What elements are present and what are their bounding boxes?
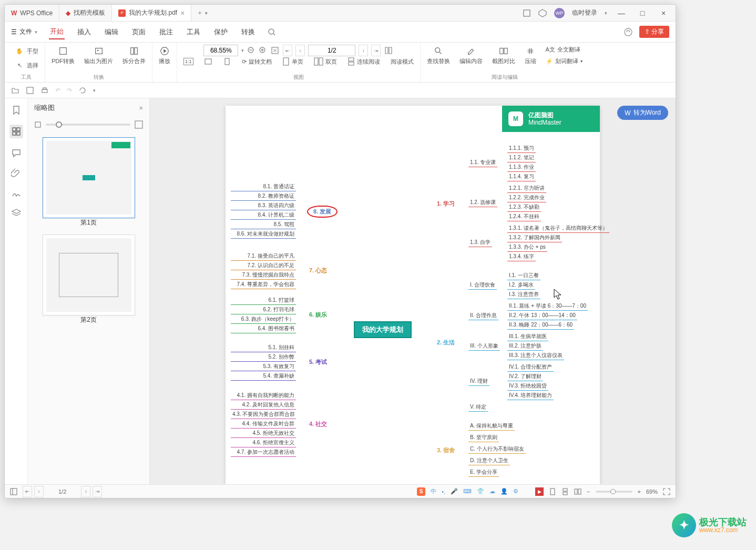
first-page-button[interactable]: ⇤ (283, 45, 292, 56)
menu-insert[interactable]: 插入 (76, 25, 92, 39)
edit-content-button[interactable]: 编辑内容 (457, 45, 485, 66)
sogou-ime-icon[interactable]: S (417, 487, 425, 496)
attachment-icon[interactable] (11, 168, 22, 178)
ime-lang-icon[interactable]: 中 (431, 487, 436, 495)
search-icon[interactable] (268, 28, 276, 36)
login-status[interactable]: 临时登录 (572, 8, 597, 17)
select-tool[interactable]: ↖选择 (12, 59, 40, 72)
play-button[interactable]: 播放 (157, 45, 172, 66)
zoom-in-icon[interactable] (259, 46, 267, 55)
menu-start[interactable]: 开始 (49, 25, 65, 39)
zoom-input[interactable] (203, 45, 238, 56)
ime-user-icon[interactable]: 👤 (500, 488, 508, 495)
fit-page-icon[interactable] (270, 46, 280, 55)
close-window-button[interactable]: × (657, 9, 670, 17)
new-tab-button[interactable]: ＋ ▾ (191, 5, 213, 21)
thumbnail-page-1[interactable]: 第1页 (43, 137, 135, 227)
menu-protect[interactable]: 保护 (213, 25, 229, 39)
rotate-button[interactable]: ⟳旋转文档 (240, 57, 274, 67)
app-box-icon[interactable] (523, 9, 531, 17)
sb-next-page[interactable]: › (81, 486, 90, 497)
fit-height-button[interactable] (221, 56, 233, 67)
zoom-out-icon[interactable] (247, 46, 256, 55)
panel-toggle-icon[interactable] (10, 488, 17, 495)
undo-icon[interactable]: ↶ (55, 87, 60, 94)
next-page-button[interactable]: › (359, 45, 368, 56)
to-word-button[interactable]: W 转为Word (617, 106, 668, 120)
sb-play-icon[interactable]: ▶ (535, 487, 544, 496)
maximize-button[interactable]: □ (636, 9, 649, 17)
thumb-large-icon[interactable] (135, 120, 143, 129)
ime-keyboard-icon[interactable]: ⌨ (463, 488, 472, 495)
ime-skin-icon[interactable]: 👕 (477, 488, 484, 495)
file-menu[interactable]: ☰ 文件 ▾ (11, 27, 37, 36)
sb-view-double-icon[interactable] (574, 488, 581, 495)
thumbnails-icon[interactable] (9, 125, 23, 138)
chevron-down-icon[interactable]: ▾ (241, 48, 244, 53)
bookmark-icon[interactable] (11, 105, 22, 115)
fit-width-button[interactable] (202, 56, 214, 67)
signature-icon[interactable] (11, 188, 22, 198)
sb-zoom-out[interactable]: − (587, 488, 590, 495)
close-icon[interactable]: × (139, 104, 143, 112)
menu-page[interactable]: 页面 (131, 25, 147, 39)
refresh-icon[interactable] (78, 86, 87, 95)
continuous-button[interactable]: 连续阅读 (345, 56, 382, 67)
avatar[interactable]: WP (554, 8, 565, 18)
view-11-button[interactable]: 1:1 (181, 57, 196, 66)
tab-templates[interactable]: ◆ 找稻壳模板 (59, 5, 112, 21)
redo-icon[interactable]: ↷ (67, 87, 72, 94)
prev-page-button[interactable]: ‹ (295, 45, 305, 56)
find-replace-button[interactable]: 查找替换 (425, 45, 452, 66)
cube-icon[interactable] (538, 9, 547, 17)
share-button[interactable]: ⇪ 分享 (639, 26, 669, 38)
read-mode-button[interactable]: 阅读模式 (389, 57, 416, 67)
page-input[interactable] (308, 45, 355, 56)
sb-view-continuous-icon[interactable] (561, 488, 569, 495)
compress-button[interactable]: 压缩 (523, 45, 538, 66)
ime-settings-icon[interactable]: ⚙ (513, 488, 518, 495)
menu-tools[interactable]: 工具 (186, 25, 201, 39)
tab-wps-office[interactable]: W WPS Office (5, 5, 59, 21)
sb-view-single-icon[interactable] (549, 488, 556, 495)
hand-tool[interactable]: ✋手型 (12, 45, 40, 57)
double-page-button[interactable]: 双页 (312, 56, 339, 67)
mindmap-node: A. 保持礼貌与尊重 (468, 422, 515, 431)
sb-fullscreen-icon[interactable] (663, 488, 670, 495)
sb-zoom-slider[interactable] (596, 491, 632, 493)
comment-icon[interactable] (11, 148, 22, 158)
sb-last-page[interactable]: ⇥ (93, 486, 102, 497)
screenshot-compare-button[interactable]: 截图对比 (490, 45, 517, 66)
open-folder-icon[interactable] (11, 86, 19, 95)
full-translate-button[interactable]: A文全文翻译 (544, 45, 585, 55)
thumbnail-page-2[interactable]: 第2页 (43, 235, 135, 324)
menu-annotate[interactable]: 批注 (158, 25, 174, 39)
ime-mic-icon[interactable]: 🎤 (451, 488, 458, 495)
cloud-sync-icon[interactable] (624, 27, 633, 37)
export-image-button[interactable]: 输出为图片 (82, 45, 115, 66)
last-page-button[interactable]: ⇥ (371, 45, 381, 56)
menu-convert[interactable]: 转换 (240, 25, 256, 39)
menu-edit[interactable]: 编辑 (104, 25, 119, 39)
book-icon[interactable] (384, 46, 393, 55)
thumbnail-zoom-slider[interactable] (46, 124, 130, 126)
single-page-button[interactable]: 单页 (280, 56, 305, 67)
thumb-small-icon[interactable] (34, 121, 42, 128)
minimize-button[interactable]: — (615, 9, 628, 17)
ime-punct-icon[interactable]: •, (442, 488, 445, 495)
word-translate-button[interactable]: ⚡划词翻译▾ (544, 56, 585, 66)
print-icon[interactable] (40, 86, 49, 95)
sb-prev-page[interactable]: ‹ (34, 486, 44, 497)
layers-icon[interactable] (11, 208, 22, 218)
pdf-convert-button[interactable]: PDF转换 (49, 45, 77, 66)
document-area[interactable]: W 转为Word M 亿图脑图 MindMaster 我的大学规划 8. 发展8… (150, 98, 676, 484)
save-icon[interactable] (26, 86, 34, 95)
close-icon[interactable]: × (180, 9, 185, 17)
sb-first-page[interactable]: ⇤ (23, 486, 32, 497)
ime-toolbox-icon[interactable]: ☁ (489, 488, 495, 495)
tab-current-pdf[interactable]: P 我的大学规划.pdf × (112, 5, 191, 21)
chevron-down-icon[interactable]: ▾ (605, 11, 607, 16)
split-merge-button[interactable]: 拆分合并 (120, 45, 148, 66)
sb-zoom-in[interactable]: + (638, 488, 641, 495)
chevron-down-icon[interactable]: ▾ (93, 88, 96, 93)
